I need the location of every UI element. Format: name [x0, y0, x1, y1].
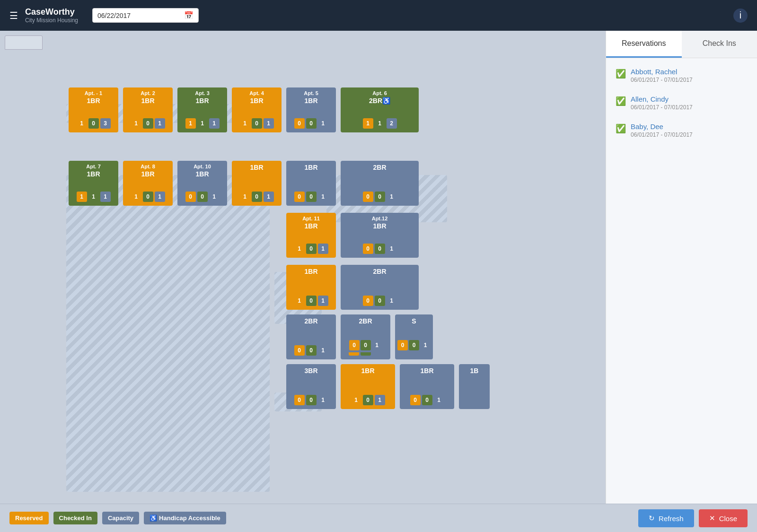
date-input[interactable]: [97, 12, 180, 19]
apt-counters: 001: [363, 296, 397, 306]
apt-type: 2BR♿: [369, 97, 390, 105]
apt-card-Apt7[interactable]: Apt. 71BR111: [69, 161, 118, 206]
apt-card-Apt-1[interactable]: Apt. - 11BR103: [69, 87, 118, 132]
info-button[interactable]: i: [733, 9, 748, 23]
calendar-icon[interactable]: 📅: [184, 11, 194, 20]
tab-reservations[interactable]: Reservations: [606, 31, 682, 58]
apt-card-Apt11[interactable]: Apt. 111BR101: [286, 213, 336, 258]
apt-card-Apt10[interactable]: Apt. 101BR001: [177, 161, 227, 206]
apt-counter-row-20[interactable]: 001: [395, 338, 433, 352]
reservation-item-2[interactable]: ✅ Baby, Dee 06/01/2017 - 07/01/2017: [616, 122, 748, 138]
apt-type: 1BR: [195, 170, 209, 178]
apt-type: 1BR: [373, 222, 386, 230]
counter-badge-0: 1: [185, 118, 196, 129]
sidebar-tabs: Reservations Check Ins: [606, 31, 757, 58]
counter-badge-2: 1: [387, 192, 397, 202]
counter-badge-1: 0: [143, 192, 153, 202]
apt-card-10[interactable]: 1BR001: [286, 161, 336, 206]
apt-counters: 001: [363, 244, 397, 254]
legend-capacity: Capacity: [102, 512, 139, 524]
counter-badge-1: 0: [422, 395, 432, 405]
apt-counter-row-19[interactable]: 001: [341, 338, 390, 352]
apt-type: 1BR: [304, 222, 317, 230]
counter-badge-0: 0: [363, 296, 373, 306]
apt-card-Apt3[interactable]: Apt. 31BR111: [177, 87, 227, 132]
tab-stub: [5, 35, 43, 50]
apt-card-9[interactable]: 1BR101: [232, 161, 282, 206]
menu-icon[interactable]: ☰: [9, 10, 18, 21]
apt-card-15[interactable]: 2BR001: [341, 265, 419, 310]
counter-badge-1: 0: [306, 345, 317, 356]
right-sidebar: Reservations Check Ins ✅ Abbott, Rachel …: [606, 31, 757, 532]
tab-checkins[interactable]: Check Ins: [682, 31, 757, 58]
reservation-name[interactable]: Allen, Cindy: [631, 95, 693, 103]
counter-badge-0: 0: [294, 118, 305, 129]
reservation-dates: 06/01/2017 - 07/01/2017: [631, 104, 693, 111]
apt-card-Apt12[interactable]: Apt.121BR001: [341, 213, 419, 258]
counter-badge-0: 1: [294, 296, 305, 306]
reservation-check-icon: ✅: [616, 96, 626, 106]
counter-badge-1: 0: [375, 296, 385, 306]
counter-badge-2: 1: [264, 192, 274, 202]
counter-badge-1: 0: [88, 118, 99, 129]
apt-card-22[interactable]: 1BR101: [341, 364, 395, 409]
counter-badge-0: 0: [294, 395, 305, 405]
reservation-dates: 06/01/2017 - 07/01/2017: [631, 77, 693, 83]
apt-card-17[interactable]: 2BR001: [341, 314, 390, 359]
legend-reserved: Reserved: [9, 512, 49, 524]
apt-card-Apt8[interactable]: Apt. 81BR101: [123, 161, 173, 206]
counter-badge-2: 1: [264, 118, 274, 129]
apt-type: 1BR: [195, 97, 209, 105]
wheelchair-icon: ♿: [150, 515, 157, 522]
reservation-name[interactable]: Baby, Dee: [631, 122, 693, 131]
counter-badge-1: 0: [306, 118, 317, 129]
apt-card-21[interactable]: 3BR001: [286, 364, 336, 409]
counter-badge-2: 1: [155, 192, 165, 202]
reservation-item-0[interactable]: ✅ Abbott, Rachel 06/01/2017 - 07/01/2017: [616, 68, 748, 83]
refresh-button[interactable]: ↻ Refresh: [638, 509, 694, 527]
bottom-right-buttons: ↻ Refresh ✕ Close: [638, 509, 748, 527]
counter-badge-0: 0: [294, 192, 305, 202]
refresh-icon: ↻: [649, 514, 655, 523]
apt-counters: 001: [294, 345, 328, 356]
apt-title: Apt.12: [372, 216, 388, 221]
reservation-name[interactable]: Abbott, Rachel: [631, 68, 693, 76]
counter-badge-1: 1: [197, 118, 208, 129]
apt-title: Apt. - 1: [85, 90, 102, 96]
apt-card-11[interactable]: 2BR001: [341, 161, 419, 206]
apt-card-24[interactable]: 1B: [459, 364, 490, 409]
reservation-dates: 06/01/2017 - 07/01/2017: [631, 131, 693, 138]
counter-badge-0: 1: [363, 118, 373, 129]
counter-badge-2: 1: [318, 244, 328, 254]
apt-card-18[interactable]: S: [395, 314, 433, 359]
reservation-details: Allen, Cindy 06/01/2017 - 07/01/2017: [631, 95, 693, 111]
apt-card-Apt6[interactable]: Apt. 62BR♿112: [341, 87, 419, 132]
apt-card-14[interactable]: 1BR101: [286, 265, 336, 310]
apt-title: Apt. 10: [194, 164, 211, 169]
apt-counters: 001: [185, 192, 220, 202]
apt-card-Apt5[interactable]: Apt. 51BR001: [286, 87, 336, 132]
counter-badge-1: 0: [375, 192, 385, 202]
counter-badge-2: 1: [375, 395, 385, 405]
apt-card-Apt4[interactable]: Apt. 41BR101: [232, 87, 282, 132]
reservation-item-1[interactable]: ✅ Allen, Cindy 06/01/2017 - 07/01/2017: [616, 95, 748, 111]
apt-card-Apt2[interactable]: Apt. 21BR101: [123, 87, 173, 132]
date-picker[interactable]: 📅: [92, 8, 199, 23]
apt-card-23[interactable]: 1BR001: [400, 364, 454, 409]
apt-title: Apt. 8: [141, 164, 155, 169]
handicap-label: Handicap Accessible: [159, 515, 220, 522]
counter-badge-2: 1: [434, 395, 444, 405]
counter-badge-0: 0: [363, 244, 373, 254]
close-button[interactable]: ✕ Close: [699, 509, 748, 527]
apt-title: Apt. 2: [141, 90, 155, 96]
counter-badge-1: 1: [88, 192, 99, 202]
floor-plan-panel: Apt. - 11BR103Apt. 21BR101Apt. 31BR111Ap…: [0, 31, 606, 532]
apt-counters: 101: [351, 395, 385, 405]
apt-card-16[interactable]: 2BR001: [286, 314, 336, 359]
counter-badge-1: 0: [143, 118, 153, 129]
apt-type: 1BR: [87, 170, 100, 178]
apt-title: Apt. 11: [302, 216, 320, 221]
counter-badge-2: 1: [387, 244, 397, 254]
counter-badge-0: 0: [410, 395, 421, 405]
apt-counters: 101: [240, 118, 274, 129]
